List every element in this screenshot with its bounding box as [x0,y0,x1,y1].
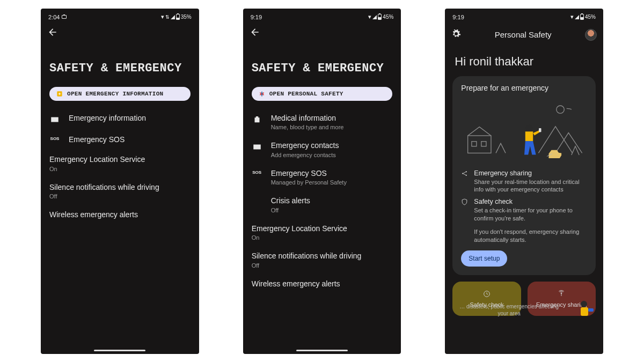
signal-icon [372,15,377,19]
start-setup-button[interactable]: Start setup [461,250,507,267]
row-subtitle: Off [271,207,310,213]
row-subtitle: On [49,166,191,172]
open-emergency-info-chip[interactable]: OPEN EMERGENCY INFORMATION [49,87,191,101]
row-title: Wireless emergency alerts [252,279,393,289]
svg-point-8 [466,171,467,172]
wifi-icon: ▾ [161,13,164,20]
plus-box-icon [56,90,63,98]
prepare-card: Prepare for an emergency [452,76,596,275]
row-title: Emergency Location Service [49,155,191,165]
svg-rect-3 [472,141,477,146]
row-title: Medical information [271,114,344,123]
top-bar [41,23,199,44]
row-title: Emergency contacts [271,141,339,151]
status-bar: 9:19 ▾ 45% [445,9,603,23]
row-emergency-information[interactable]: Emergency information [41,108,199,130]
gear-icon[interactable] [451,29,461,41]
wifi-icon: ▾ [570,13,574,20]
row-subtitle: Add emergency contacts [271,152,339,158]
row-title: Crisis alerts [271,196,310,206]
feature-title: Safety check [474,198,587,205]
id-card-icon [252,141,262,152]
battery-indicator: 45% [378,14,393,20]
feature-title: Emergency sharing [474,169,587,177]
status-time: 2:04 [48,14,60,20]
greeting: Hi ronil thakkar [445,47,603,73]
row-title: Silence notifications while driving [252,252,393,261]
svg-rect-2 [468,135,491,152]
back-icon[interactable] [250,27,260,40]
home-indicator[interactable] [94,350,145,351]
row-subtitle: Off [252,262,393,269]
phone-3: 9:19 ▾ 45% Personal Safety Hi ronil thak… [445,9,603,354]
broadcast-icon [557,290,566,299]
wifi-icon: ▾ [368,13,371,20]
row-crisis-alerts[interactable]: Crisis alerts Off [243,191,401,219]
row-silence-notifications-driving[interactable]: Silence notifications while driving Off [243,246,401,274]
network-icon: ⇅ [165,14,170,20]
blank-icon [252,196,262,197]
page-title: SAFETY & EMERGENCY [243,44,401,84]
card-illustration [461,97,587,164]
share-icon [461,169,469,194]
row-wireless-emergency-alerts[interactable]: Wireless emergency alerts [41,205,199,225]
camera-icon [62,15,67,19]
svg-point-12 [581,301,587,307]
row-title: Emergency information [69,114,146,123]
chip-label: OPEN PERSONAL SAFETY [269,91,343,97]
battery-percent: 45% [585,14,596,20]
svg-rect-6 [539,128,541,132]
row-medical-information[interactable]: Medical information Name, blood type and… [243,108,401,136]
card-note: If you don't respond, emergency sharing … [474,228,587,244]
svg-rect-4 [481,141,486,146]
avatar[interactable] [585,29,597,41]
feature-emergency-sharing: Emergency sharing Share your real-time l… [461,169,587,194]
sos-icon: SOS [49,135,60,141]
tile-safety-check[interactable]: Safety check [452,282,521,316]
row-subtitle: Name, blood type and more [271,124,344,130]
row-silence-notifications-driving[interactable]: Silence notifications while driving Off [41,178,199,205]
feature-safety-check: Safety check Set a check-in timer for yo… [461,198,587,223]
svg-point-5 [526,124,533,131]
battery-indicator: 35% [176,14,192,20]
row-emergency-location-service[interactable]: Emergency Location Service On [243,219,401,247]
status-time: 9:19 [251,14,262,20]
back-icon[interactable] [47,27,58,40]
row-subtitle: Managed by Personal Safety [271,179,347,186]
status-bar: 2:04 ▾ ⇅ 35% [41,9,199,23]
signal-icon [575,15,579,19]
shield-icon [461,198,469,223]
svg-point-1 [557,105,564,113]
row-title: Silence notifications while driving [49,183,191,193]
svg-rect-13 [581,307,588,316]
row-emergency-sos[interactable]: SOS Emergency SOS Managed by Personal Sa… [243,164,401,191]
feature-subtitle: Share your real-time location and critic… [474,178,587,194]
svg-point-7 [463,173,464,174]
row-emergency-location-service[interactable]: Emergency Location Service On [41,150,199,178]
tile-label: Safety check [470,301,504,308]
row-emergency-sos[interactable]: SOS Emergency SOS [41,130,199,150]
svg-rect-14 [588,308,594,312]
home-indicator[interactable] [296,350,348,351]
top-bar: Personal Safety [445,23,603,47]
svg-point-11 [561,292,562,294]
status-time: 9:19 [452,14,464,20]
settings-list: Medical information Name, blood type and… [243,106,401,297]
page-title: Personal Safety [495,30,552,39]
phone-1: 2:04 ▾ ⇅ 35% SAFETY & EMERGENCY OPEN EME… [41,9,199,354]
row-title: Emergency SOS [69,135,125,145]
row-emergency-contacts[interactable]: Emergency contacts Add emergency contact… [243,136,401,164]
chip-label: OPEN EMERGENCY INFORMATION [67,91,163,97]
corner-illustration [574,299,598,320]
row-title: Wireless emergency alerts [49,210,191,220]
row-title: Emergency SOS [271,169,347,179]
feature-subtitle: Set a check-in timer for your phone to c… [474,206,587,223]
asterisk-icon [258,90,266,98]
top-bar [243,23,401,44]
row-title: Emergency Location Service [252,224,393,234]
open-personal-safety-chip[interactable]: OPEN PERSONAL SAFETY [252,87,393,101]
signal-icon [171,15,175,19]
settings-list: Emergency information SOS Emergency SOS … [41,106,199,227]
battery-percent: 35% [181,14,192,20]
row-wireless-emergency-alerts[interactable]: Wireless emergency alerts [243,274,401,294]
